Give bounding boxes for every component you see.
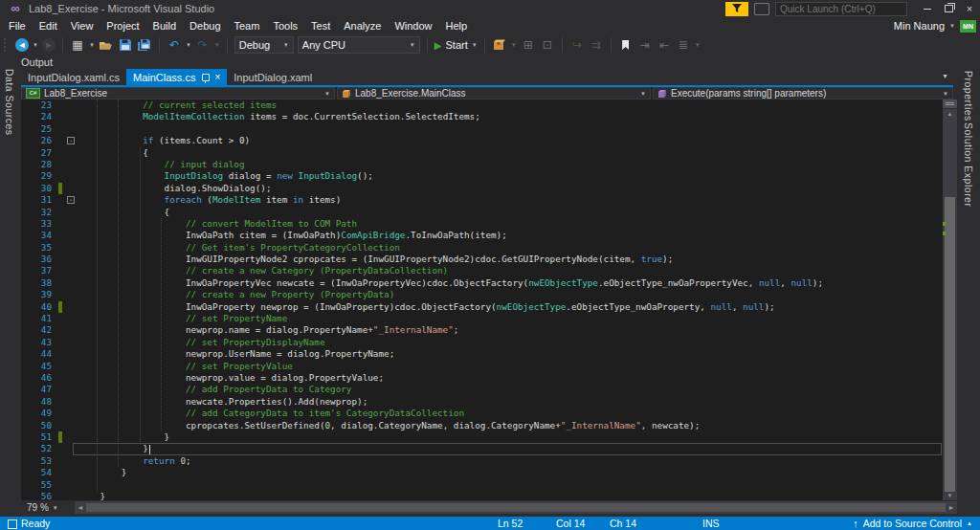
vertical-scrollbar[interactable]: ▲ ▼	[943, 99, 957, 500]
menu-build[interactable]: Build	[146, 18, 183, 33]
data-sources-tab[interactable]: Data Sources	[4, 69, 15, 136]
show-next-statement-icon[interactable]: ↪	[569, 37, 585, 53]
code-line[interactable]: 26- if (items.Count > 0)	[21, 135, 943, 146]
menu-tools[interactable]: Tools	[266, 18, 304, 33]
menu-analyze[interactable]: Analyze	[337, 18, 388, 33]
save-icon[interactable]	[118, 37, 133, 53]
quick-launch-input[interactable]	[780, 4, 906, 14]
code-line[interactable]: 54 }	[21, 467, 943, 478]
undo-icon[interactable]: ↶	[167, 37, 182, 53]
scroll-left-icon[interactable]: ◄	[75, 504, 86, 511]
toggle-bookmark-icon[interactable]	[618, 37, 634, 53]
start-debugging-button[interactable]: ▶ Start ▼	[434, 39, 478, 51]
code-line[interactable]: 39 // create a new Property (PropertyDat…	[21, 289, 943, 300]
menu-debug[interactable]: Debug	[183, 18, 227, 33]
collapse-region-icon[interactable]: -	[67, 196, 75, 204]
attach-to-process-icon[interactable]: ⊞	[521, 37, 536, 53]
feedback-flag-button[interactable]	[725, 2, 748, 16]
code-line[interactable]: 27 {	[21, 147, 943, 159]
vertical-scroll-thumb[interactable]	[945, 197, 955, 492]
tab-close-icon[interactable]: ×	[214, 73, 220, 82]
collapse-region-icon[interactable]: -	[67, 137, 75, 144]
code-line[interactable]: 46 newprop.value = dialog.PropertyValue;	[21, 372, 943, 384]
quick-launch-box[interactable]	[775, 2, 907, 16]
code-line[interactable]: 30 dialog.ShowDialog();	[21, 183, 943, 194]
code-line[interactable]: 47 // add PropertyData to Category	[21, 384, 943, 395]
restore-button[interactable]	[938, 1, 959, 16]
navigate-forward-button[interactable]: ►	[42, 38, 56, 52]
minimize-button[interactable]	[917, 1, 938, 16]
step-commands-icon[interactable]: ⇉	[589, 37, 604, 53]
tab-inputdialog-xaml-cs[interactable]: InputDialog.xaml.cs	[21, 69, 126, 85]
account-name[interactable]: Min Naung	[894, 20, 945, 32]
navigate-backward-button[interactable]: ◄	[15, 38, 29, 52]
code-line[interactable]: 28 // input dialog	[21, 159, 943, 170]
code-line[interactable]: 44 newprop.UserName = dialog.PropertyNam…	[21, 348, 943, 360]
type-dropdown[interactable]: Lab8_Exercise.MainClass ▼	[337, 87, 651, 99]
code-line[interactable]: 31- foreach (ModelItem item in items)	[21, 194, 943, 206]
code-line[interactable]: 36 InwGUIPropertyNode2 cpropcates = (Inw…	[21, 254, 943, 265]
package-dropdown-icon[interactable]: ▼	[511, 42, 517, 48]
code-line[interactable]: 25	[21, 123, 943, 135]
code-line[interactable]: 24 ModelItemCollection items = doc.Curre…	[21, 111, 943, 122]
code-line[interactable]: 51 }	[21, 431, 943, 443]
menu-help[interactable]: Help	[439, 18, 475, 33]
code-line[interactable]: 42 newprop.name = dialog.PropertyName+"_…	[21, 324, 943, 336]
save-all-icon[interactable]	[137, 37, 152, 53]
output-panel-tab[interactable]: Output	[21, 56, 53, 68]
open-file-icon[interactable]	[99, 37, 114, 53]
new-project-icon[interactable]: ▦	[70, 37, 85, 53]
code-line[interactable]: 52 }	[21, 443, 943, 454]
comment-lines-icon[interactable]: ≣	[676, 37, 691, 53]
redo-icon[interactable]: ↷	[195, 37, 211, 53]
horizontal-scrollbar[interactable]: ◄ ►	[75, 501, 957, 514]
navigate-backward-dropdown-icon[interactable]: ▼	[33, 42, 38, 48]
redo-dropdown-icon[interactable]: ▼	[214, 42, 220, 48]
menu-edit[interactable]: Edit	[33, 18, 64, 33]
add-to-source-control-button[interactable]: ↑ Add to Source Control ▲	[853, 518, 972, 529]
code-line[interactable]: 29 InputDialog dialog = new InputDialog(…	[21, 170, 943, 182]
horizontal-scroll-thumb[interactable]	[86, 503, 946, 512]
scroll-down-icon[interactable]: ▼	[943, 491, 957, 500]
solution-configurations-dropdown[interactable]: Debug ▼	[234, 36, 294, 54]
menu-team[interactable]: Team	[228, 18, 267, 33]
new-project-dropdown-icon[interactable]: ▼	[89, 42, 95, 48]
menu-view[interactable]: View	[64, 18, 100, 33]
code-line[interactable]: 32 {	[21, 207, 943, 218]
code-line[interactable]: 33 // convert ModelItem to COM Path	[21, 218, 943, 230]
zoom-control[interactable]: 79 % ▼	[21, 502, 75, 513]
code-line[interactable]: 45 // set PropertyValue	[21, 361, 943, 372]
code-line[interactable]: 38 InwOaPropertyVec newcate = (InwOaProp…	[21, 277, 943, 289]
menu-project[interactable]: Project	[100, 18, 145, 33]
account-avatar[interactable]: MN	[960, 20, 976, 33]
code-line[interactable]: 37 // create a new Category (PropertyDat…	[21, 265, 943, 276]
code-line[interactable]: 41 // set PropertyName	[21, 313, 943, 324]
code-line[interactable]: 40 InwOaProperty newprop = (InwOaPropert…	[21, 301, 943, 313]
scroll-up-icon[interactable]: ▲	[943, 109, 957, 119]
preview-changes-icon[interactable]: ⊡	[540, 37, 555, 53]
tab-inputdialog-xaml[interactable]: InputDialog.xaml	[227, 69, 319, 85]
code-line[interactable]: 55	[21, 479, 943, 491]
code-line[interactable]: 56 }	[21, 491, 943, 500]
code-line[interactable]: 53 return 0;	[21, 455, 943, 467]
code-line[interactable]: 35 // Get item's PropertyCategoryCollect…	[21, 242, 943, 254]
tab-mainclass-cs[interactable]: MainClass.cs×	[126, 69, 227, 85]
undo-dropdown-icon[interactable]: ▼	[186, 42, 191, 48]
project-dropdown[interactable]: C# Lab8_Exercise ▼	[21, 87, 335, 99]
document-well-dropdown-icon[interactable]: ▼	[942, 73, 954, 82]
package-manager-icon[interactable]	[492, 37, 507, 53]
code-editor-surface[interactable]: 23 // current selected items24 ModelItem…	[21, 99, 943, 500]
member-dropdown[interactable]: Execute(params string[] parameters) ▼	[653, 87, 953, 99]
scroll-right-icon[interactable]: ►	[946, 504, 957, 511]
code-line[interactable]: 50 cpropcates.SetUserDefined(0, dialog.C…	[21, 420, 943, 431]
code-line[interactable]: 23 // current selected items	[21, 99, 943, 111]
code-line[interactable]: 48 newcate.Properties().Add(newprop);	[21, 396, 943, 408]
close-button[interactable]: ×	[959, 1, 980, 16]
toolbar-grip[interactable]	[4, 38, 10, 52]
code-line[interactable]: 49 // add CategoryData to item's Categor…	[21, 408, 943, 419]
toolbar-overflow-icon[interactable]: ▼	[695, 42, 701, 48]
indent-increase-icon[interactable]: ⇥	[637, 37, 653, 53]
indent-decrease-icon[interactable]: ⇤	[657, 37, 672, 53]
code-line[interactable]: 43 // set PropertyDisplayName	[21, 337, 943, 348]
menu-file[interactable]: File	[2, 18, 33, 33]
